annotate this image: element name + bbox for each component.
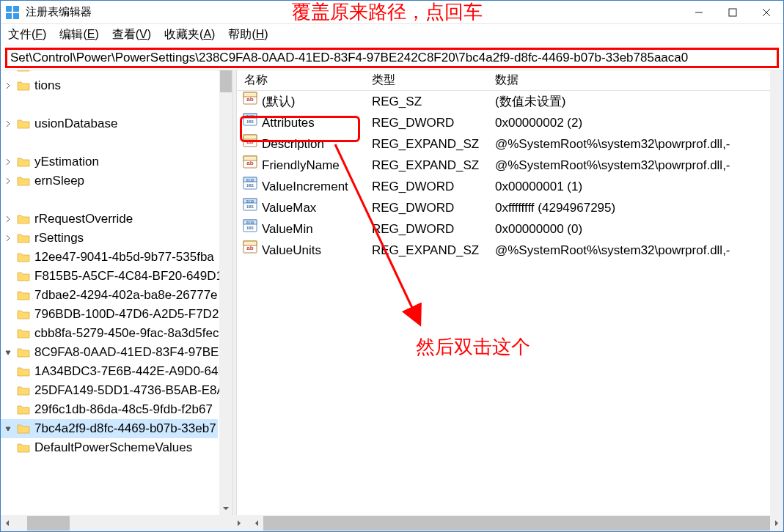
column-header[interactable]: 名称 类型 数据 <box>237 70 783 91</box>
window-title: 注册表编辑器 <box>26 5 92 19</box>
svg-text:1001: 1001 <box>246 226 254 230</box>
tree-item[interactable]: F815B5-A5CF-4C84-BF20-649D1F <box>1 267 218 286</box>
tree-item[interactable]: rSettings <box>1 229 218 248</box>
scroll-right-icon[interactable] <box>232 515 246 531</box>
tree-item[interactable]: yEstimation <box>1 152 218 171</box>
value-data: 0x00000000 (0) <box>495 218 783 240</box>
svg-text:0110: 0110 <box>246 115 254 119</box>
value-row[interactable]: 01101001ValueMaxREG_DWORD0xffffffff (429… <box>237 197 783 218</box>
binary-value-icon: 01101001 <box>243 176 257 197</box>
value-name: ValueIncrement <box>262 176 348 197</box>
value-data: 0x00000002 (2) <box>495 112 783 133</box>
annotation-top: 覆盖原来路径，点回车 <box>92 0 682 25</box>
value-type: REG_DWORD <box>372 197 495 218</box>
tree-label: 7bc4a2f9-d8fc-4469-b07b-33eb7 <box>34 419 216 438</box>
tree-item[interactable]: 1A34BDC3-7E6B-442E-A9D0-64B <box>1 362 218 381</box>
value-name: (默认) <box>262 91 295 112</box>
value-type: REG_EXPAND_SZ <box>372 240 495 261</box>
tree-label: rRequestOverride <box>34 210 133 229</box>
titlebar: 注册表编辑器 覆盖原来路径，点回车 <box>1 1 783 24</box>
svg-rect-5 <box>729 9 736 16</box>
tree-item[interactable]: rRequestOverride <box>1 210 218 229</box>
tree-label: rfaces <box>34 70 68 76</box>
menu-view[interactable]: 查看(V) <box>112 27 151 43</box>
col-name[interactable]: 名称 <box>237 73 372 88</box>
svg-rect-3 <box>13 13 19 19</box>
tree-item[interactable]: 7dbae2-4294-402a-ba8e-26777e <box>1 286 218 305</box>
address-bar[interactable]: Set\Control\Power\PowerSettings\238C9FA8… <box>5 48 779 68</box>
menu-file[interactable]: 文件(F) <box>8 27 46 43</box>
hscroll-thumb-right[interactable] <box>263 516 770 531</box>
tree-item[interactable]: 8C9FA8-0AAD-41ED-83F4-97BE2 <box>1 343 218 362</box>
svg-rect-0 <box>6 6 12 12</box>
scroll-down-icon[interactable] <box>219 502 232 515</box>
tree-item[interactable]: 25DFA149-5DD1-4736-B5AB-E8A <box>1 381 218 400</box>
value-name: FriendlyName <box>262 155 340 176</box>
close-button[interactable] <box>750 1 783 23</box>
tree-item[interactable]: 12ee47-9041-4b5d-9b77-535fba <box>1 248 218 267</box>
tree-item[interactable]: 7bc4a2f9-d8fc-4469-b07b-33eb7 <box>1 419 218 438</box>
tree-item[interactable]: ernSleep <box>1 171 218 191</box>
tree-label: 29f6c1db-86da-48c5-9fdb-f2b67 <box>34 400 213 419</box>
svg-text:1001: 1001 <box>246 184 254 188</box>
menu-help[interactable]: 帮助(H) <box>228 27 268 43</box>
svg-text:ab: ab <box>246 245 253 251</box>
tree-item[interactable]: DefaultPowerSchemeValues <box>1 438 218 457</box>
tree-label: rSettings <box>34 229 84 248</box>
tree-pane[interactable]: rfacestionsusionDatabaseyEstimationernSl… <box>1 70 232 515</box>
col-type[interactable]: 类型 <box>372 73 495 88</box>
value-name: Attributes <box>262 112 315 133</box>
svg-text:0110: 0110 <box>246 221 254 225</box>
horizontal-scrollbars[interactable] <box>1 515 783 531</box>
value-row[interactable]: 01101001AttributesREG_DWORD0x00000002 (2… <box>237 112 783 133</box>
binary-value-icon: 01101001 <box>243 112 257 133</box>
values-pane[interactable]: 名称 类型 数据 ab(默认)REG_SZ(数值未设置)01101001Attr… <box>237 70 783 515</box>
value-type: REG_EXPAND_SZ <box>372 133 495 155</box>
tree-item[interactable]: rfaces <box>1 70 218 76</box>
value-row[interactable]: abFriendlyNameREG_EXPAND_SZ@%SystemRoot%… <box>237 155 783 176</box>
menu-favorites[interactable]: 收藏夹(A) <box>164 27 215 43</box>
value-type: REG_DWORD <box>372 218 495 240</box>
value-row[interactable]: abDescriptionREG_EXPAND_SZ@%SystemRoot%\… <box>237 133 783 155</box>
value-type: REG_DWORD <box>372 176 495 197</box>
value-row[interactable]: abValueUnitsREG_EXPAND_SZ@%SystemRoot%\s… <box>237 240 783 261</box>
value-name: ValueMin <box>262 218 313 240</box>
string-value-icon: ab <box>243 155 257 176</box>
scroll-left-icon[interactable] <box>1 515 14 531</box>
svg-text:0110: 0110 <box>246 200 254 204</box>
value-data: @%SystemRoot%\system32\powrprof.dll,- <box>495 155 783 176</box>
svg-text:ab: ab <box>246 96 253 103</box>
value-row[interactable]: 01101001ValueIncrementREG_DWORD0x0000000… <box>237 176 783 197</box>
maximize-button[interactable] <box>716 1 750 23</box>
tree-scrollbar[interactable] <box>219 70 232 515</box>
value-row[interactable]: ab(默认)REG_SZ(数值未设置) <box>237 91 783 112</box>
list-scrollbar[interactable] <box>770 70 783 515</box>
menu-edit[interactable]: 编辑(E) <box>59 27 98 43</box>
col-data[interactable]: 数据 <box>495 73 783 88</box>
value-type: REG_DWORD <box>372 112 495 133</box>
menubar: 文件(F) 编辑(E) 查看(V) 收藏夹(A) 帮助(H) <box>1 24 783 45</box>
scroll-left-icon-2[interactable] <box>250 515 263 531</box>
tree-label: 25DFA149-5DD1-4736-B5AB-E8A <box>34 381 225 400</box>
string-value-icon: ab <box>243 133 257 155</box>
tree-item[interactable]: cbb8fa-5279-450e-9fac-8a3d5fec <box>1 324 218 343</box>
minimize-button[interactable] <box>682 1 716 23</box>
hscroll-thumb-left[interactable] <box>27 516 70 531</box>
tree-item[interactable]: 29f6c1db-86da-48c5-9fdb-f2b67 <box>1 400 218 419</box>
string-value-icon: ab <box>243 91 257 112</box>
tree-label: F815B5-A5CF-4C84-BF20-649D1F <box>34 267 230 286</box>
string-value-icon: ab <box>243 240 257 261</box>
scroll-thumb[interactable] <box>220 70 232 92</box>
value-type: REG_SZ <box>372 91 495 112</box>
tree-label: 1A34BDC3-7E6B-442E-A9D0-64B <box>34 362 227 381</box>
tree-label: yEstimation <box>34 152 99 171</box>
annotation-mid: 然后双击这个 <box>416 334 530 360</box>
tree-item[interactable]: usionDatabase <box>1 114 218 133</box>
tree-label: 796BDB-100D-47D6-A2D5-F7D2D <box>34 305 228 324</box>
svg-text:1001: 1001 <box>246 120 254 124</box>
tree-item[interactable]: 796BDB-100D-47D6-A2D5-F7D2D <box>1 305 218 324</box>
tree-label: 7dbae2-4294-402a-ba8e-26777e <box>34 286 218 305</box>
tree-item[interactable]: tions <box>1 76 218 95</box>
value-row[interactable]: 01101001ValueMinREG_DWORD0x00000000 (0) <box>237 218 783 240</box>
scroll-right-icon-2[interactable] <box>770 515 783 531</box>
